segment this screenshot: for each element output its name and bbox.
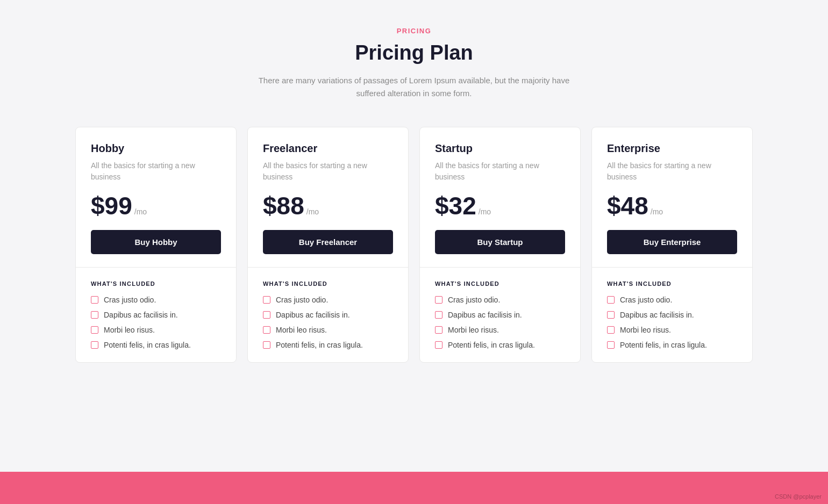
buy-button-startup[interactable]: Buy Startup	[435, 230, 565, 254]
feature-text: Morbi leo risus.	[448, 326, 499, 334]
whats-included-label-hobby: WHAT'S INCLUDED	[91, 280, 221, 287]
feature-text: Cras justo odio.	[104, 296, 156, 304]
price-amount-enterprise: $48	[607, 193, 648, 218]
feature-text: Cras justo odio.	[276, 296, 328, 304]
price-row-startup: $32 /mo	[435, 193, 565, 218]
checkbox-icon	[435, 296, 442, 304]
feature-text: Dapibus ac facilisis in.	[104, 311, 178, 319]
price-amount-freelancer: $88	[263, 193, 304, 218]
feature-text: Dapibus ac facilisis in.	[276, 311, 350, 319]
buy-button-freelancer[interactable]: Buy Freelancer	[263, 230, 393, 254]
checkbox-icon	[435, 311, 442, 319]
feature-text: Cras justo odio.	[620, 296, 672, 304]
price-row-freelancer: $88 /mo	[263, 193, 393, 218]
feature-text: Dapibus ac facilisis in.	[620, 311, 694, 319]
price-period-enterprise: /mo	[651, 207, 663, 216]
card-top-hobby: Hobby All the basics for starting a new …	[76, 127, 236, 268]
feature-list-freelancer: Cras justo odio. Dapibus ac facilisis in…	[263, 296, 393, 349]
whats-included-label-freelancer: WHAT'S INCLUDED	[263, 280, 393, 287]
checkbox-icon	[263, 311, 270, 319]
card-bottom-startup: WHAT'S INCLUDED Cras justo odio. Dapibus…	[420, 268, 580, 362]
pricing-grid: Hobby All the basics for starting a new …	[70, 127, 758, 363]
price-row-hobby: $99 /mo	[91, 193, 221, 218]
footer-bar	[0, 472, 828, 504]
checkbox-icon	[91, 326, 98, 334]
checkbox-icon	[263, 326, 270, 334]
feature-list-startup: Cras justo odio. Dapibus ac facilisis in…	[435, 296, 565, 349]
price-amount-startup: $32	[435, 193, 476, 218]
checkbox-icon	[607, 311, 615, 319]
plan-name-enterprise: Enterprise	[607, 142, 737, 155]
pricing-card-startup: Startup All the basics for starting a ne…	[419, 127, 581, 363]
pricing-card-enterprise: Enterprise All the basics for starting a…	[591, 127, 753, 363]
feature-item: Morbi leo risus.	[91, 326, 221, 334]
pricing-card-hobby: Hobby All the basics for starting a new …	[75, 127, 237, 363]
feature-text: Potenti felis, in cras ligula.	[276, 341, 363, 349]
feature-text: Potenti felis, in cras ligula.	[620, 341, 707, 349]
checkbox-icon	[607, 326, 615, 334]
feature-item: Potenti felis, in cras ligula.	[91, 341, 221, 349]
pricing-card-freelancer: Freelancer All the basics for starting a…	[247, 127, 409, 363]
price-period-startup: /mo	[479, 207, 491, 216]
page-title: Pricing Plan	[355, 41, 473, 64]
feature-text: Morbi leo risus.	[104, 326, 155, 334]
card-top-freelancer: Freelancer All the basics for starting a…	[248, 127, 408, 268]
checkbox-icon	[263, 341, 270, 349]
plan-description-hobby: All the basics for starting a new busine…	[91, 160, 221, 183]
feature-item: Morbi leo risus.	[607, 326, 737, 334]
feature-list-enterprise: Cras justo odio. Dapibus ac facilisis in…	[607, 296, 737, 349]
feature-text: Morbi leo risus.	[620, 326, 671, 334]
feature-text: Potenti felis, in cras ligula.	[104, 341, 191, 349]
whats-included-label-enterprise: WHAT'S INCLUDED	[607, 280, 737, 287]
card-top-startup: Startup All the basics for starting a ne…	[420, 127, 580, 268]
checkbox-icon	[263, 296, 270, 304]
price-period-freelancer: /mo	[306, 207, 319, 216]
card-bottom-enterprise: WHAT'S INCLUDED Cras justo odio. Dapibus…	[592, 268, 752, 362]
feature-text: Dapibus ac facilisis in.	[448, 311, 522, 319]
feature-item: Dapibus ac facilisis in.	[91, 311, 221, 319]
feature-item: Morbi leo risus.	[263, 326, 393, 334]
feature-item: Dapibus ac facilisis in.	[435, 311, 565, 319]
feature-item: Potenti felis, in cras ligula.	[263, 341, 393, 349]
feature-item: Dapibus ac facilisis in.	[263, 311, 393, 319]
feature-item: Cras justo odio.	[263, 296, 393, 304]
plan-description-enterprise: All the basics for starting a new busine…	[607, 160, 737, 183]
card-bottom-hobby: WHAT'S INCLUDED Cras justo odio. Dapibus…	[76, 268, 236, 362]
feature-text: Cras justo odio.	[448, 296, 500, 304]
plan-name-freelancer: Freelancer	[263, 142, 393, 155]
feature-item: Cras justo odio.	[435, 296, 565, 304]
plan-name-startup: Startup	[435, 142, 565, 155]
feature-item: Potenti felis, in cras ligula.	[607, 341, 737, 349]
main-content: PRICING Pricing Plan There are many vari…	[0, 0, 828, 472]
feature-text: Potenti felis, in cras ligula.	[448, 341, 535, 349]
section-description: There are many variations of passages of…	[247, 74, 581, 100]
whats-included-label-startup: WHAT'S INCLUDED	[435, 280, 565, 287]
buy-button-hobby[interactable]: Buy Hobby	[91, 230, 221, 254]
checkbox-icon	[607, 341, 615, 349]
feature-item: Dapibus ac facilisis in.	[607, 311, 737, 319]
price-period-hobby: /mo	[134, 207, 147, 216]
plan-description-startup: All the basics for starting a new busine…	[435, 160, 565, 183]
plan-name-hobby: Hobby	[91, 142, 221, 155]
price-amount-hobby: $99	[91, 193, 132, 218]
checkbox-icon	[607, 296, 615, 304]
watermark: CSDN @pcplayer	[775, 493, 822, 500]
plan-description-freelancer: All the basics for starting a new busine…	[263, 160, 393, 183]
card-bottom-freelancer: WHAT'S INCLUDED Cras justo odio. Dapibus…	[248, 268, 408, 362]
checkbox-icon	[91, 296, 98, 304]
feature-item: Morbi leo risus.	[435, 326, 565, 334]
checkbox-icon	[91, 311, 98, 319]
checkbox-icon	[435, 326, 442, 334]
feature-item: Cras justo odio.	[607, 296, 737, 304]
feature-text: Morbi leo risus.	[276, 326, 327, 334]
feature-item: Potenti felis, in cras ligula.	[435, 341, 565, 349]
price-row-enterprise: $48 /mo	[607, 193, 737, 218]
feature-item: Cras justo odio.	[91, 296, 221, 304]
buy-button-enterprise[interactable]: Buy Enterprise	[607, 230, 737, 254]
card-top-enterprise: Enterprise All the basics for starting a…	[592, 127, 752, 268]
feature-list-hobby: Cras justo odio. Dapibus ac facilisis in…	[91, 296, 221, 349]
checkbox-icon	[91, 341, 98, 349]
section-label: PRICING	[397, 27, 432, 35]
checkbox-icon	[435, 341, 442, 349]
